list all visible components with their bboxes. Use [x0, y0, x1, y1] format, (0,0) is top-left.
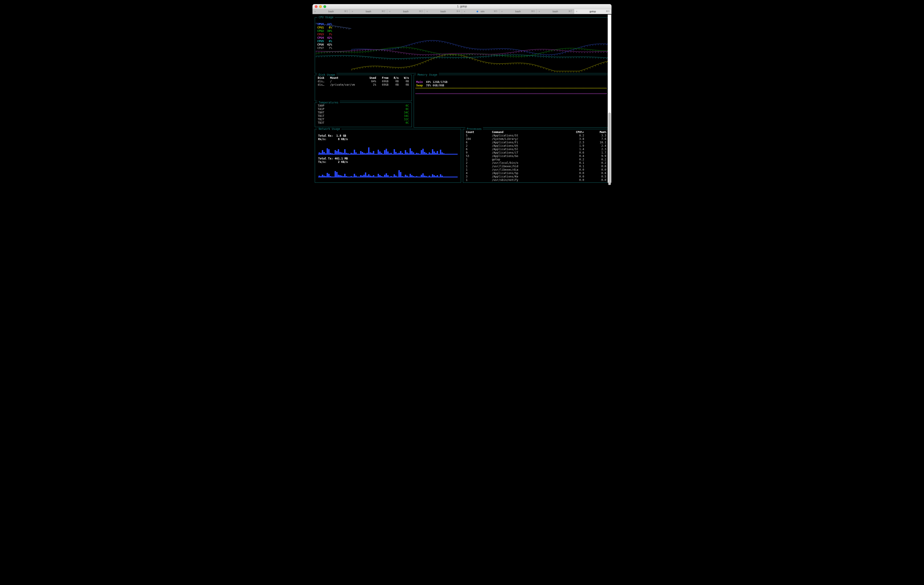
proc-col-cpu[interactable]: CPU%▾ — [559, 130, 586, 134]
svg-rect-1787 — [370, 57, 370, 57]
process-row[interactable]: 2/usr/local/bin/o0.10.2 — [465, 161, 608, 165]
svg-rect-1625 — [551, 49, 552, 50]
close-tab-icon[interactable]: × — [539, 10, 540, 13]
titlebar[interactable]: 1. gotop — [312, 4, 612, 9]
close-tab-icon[interactable]: × — [464, 10, 465, 13]
svg-rect-1807 — [383, 58, 384, 58]
process-row[interactable]: 4/Applications/Sp0.00.8 — [465, 171, 608, 175]
scrollbar[interactable] — [608, 15, 611, 183]
tab-bash-6[interactable]: ×bash⌘6 — [499, 9, 537, 14]
process-row[interactable]: 6/Applications/Fi2.318.1 — [465, 141, 608, 144]
svg-rect-310 — [528, 63, 528, 64]
svg-rect-398 — [588, 68, 589, 68]
svg-rect-1621 — [549, 49, 549, 49]
svg-rect-394 — [585, 69, 586, 69]
svg-rect-1314 — [338, 52, 338, 53]
close-tab-icon[interactable]: × — [389, 10, 390, 13]
svg-rect-256 — [491, 63, 492, 63]
svg-rect-1909 — [453, 58, 453, 59]
process-row[interactable]: 1/usr/libexec/dia0.00.0 — [465, 168, 608, 171]
process-table[interactable]: CountCommandCPU%▾Mem%5/Applications/St8.… — [465, 130, 608, 182]
svg-rect-1888 — [439, 57, 440, 58]
svg-rect-1144 — [514, 56, 515, 57]
svg-rect-1010 — [423, 50, 423, 50]
svg-rect-2098 — [582, 56, 583, 57]
svg-rect-1238 — [579, 48, 579, 49]
svg-rect-1715 — [320, 56, 321, 56]
process-row[interactable]: 5/Applications/St8.23.3 — [465, 134, 608, 137]
tab-bash-2[interactable]: ×bash⌘2 — [350, 9, 387, 14]
svg-rect-1931 — [469, 57, 469, 58]
proc-col-mem[interactable]: Mem% — [586, 130, 608, 134]
process-row[interactable]: 9/Applications/iT0.61.7 — [465, 151, 608, 155]
svg-rect-1925 — [464, 58, 464, 59]
proc-col-count[interactable]: Count — [465, 130, 490, 134]
svg-rect-1353 — [365, 49, 366, 50]
process-row[interactable]: 1/usr/libexec/hid0.10.0 — [465, 165, 608, 168]
svg-rect-1609 — [541, 49, 541, 49]
svg-rect-77 — [368, 67, 368, 68]
close-tab-icon[interactable]: × — [576, 10, 578, 13]
close-tab-icon[interactable]: × — [501, 10, 503, 13]
svg-rect-1325 — [346, 51, 346, 51]
svg-rect-1736 — [335, 55, 335, 56]
svg-rect-1495 — [462, 53, 462, 54]
scrollbar-thumb[interactable] — [608, 112, 611, 185]
svg-rect-361 — [563, 72, 563, 72]
tab-bash-7[interactable]: ×bash⌘7 — [537, 9, 574, 14]
tab-gotop-8[interactable]: ×gotop⌘8 — [574, 9, 612, 14]
tab-bash-1[interactable]: ×bash⌘1 — [312, 9, 350, 14]
svg-rect-182 — [440, 56, 441, 56]
svg-rect-283 — [510, 63, 510, 64]
svg-rect-285 — [510, 64, 511, 64]
svg-rect-70 — [363, 66, 364, 67]
svg-rect-279 — [507, 63, 507, 64]
process-row[interactable]: 3/Applications/Ke0.00.5 — [465, 175, 608, 178]
svg-rect-396 — [587, 68, 587, 69]
svg-rect-1322 — [343, 52, 344, 52]
svg-rect-1369 — [376, 49, 376, 49]
svg-rect-1129 — [504, 56, 504, 56]
svg-rect-1956 — [486, 56, 486, 56]
svg-rect-2129 — [604, 58, 604, 59]
close-tab-icon[interactable]: × — [352, 10, 353, 13]
svg-rect-928 — [366, 51, 366, 52]
process-row[interactable]: 53/Applications/Go0.49.9 — [465, 155, 608, 158]
svg-rect-533 — [388, 49, 388, 49]
svg-rect-1786 — [369, 56, 369, 57]
svg-rect-926 — [365, 51, 366, 52]
svg-rect-410 — [596, 64, 597, 65]
svg-rect-1605 — [538, 49, 538, 49]
tab-bash-4[interactable]: ×bash⌘4 — [425, 9, 462, 14]
tab-vim-5[interactable]: ×vim⌘5 — [462, 9, 499, 14]
close-tab-icon[interactable]: × — [314, 10, 316, 13]
svg-rect-248 — [486, 62, 486, 63]
proc-col-command[interactable]: Command — [490, 130, 559, 134]
svg-rect-828 — [590, 46, 590, 46]
svg-rect-1193 — [548, 51, 548, 51]
process-row[interactable]: 194/System/Library/3.87.6 — [465, 137, 608, 141]
minimize-icon[interactable] — [319, 5, 322, 8]
svg-rect-1439 — [424, 54, 424, 55]
svg-rect-968 — [394, 47, 394, 48]
svg-rect-1522 — [480, 55, 481, 55]
process-row[interactable]: 6/Applications/Sl1.42.3 — [465, 148, 608, 151]
zoom-icon[interactable] — [323, 5, 326, 8]
svg-rect-1349 — [362, 49, 363, 50]
close-icon[interactable] — [315, 5, 317, 8]
close-tab-icon[interactable]: × — [426, 10, 428, 13]
process-row[interactable]: 2/Applications/Ut1.92.4 — [465, 144, 608, 148]
process-row[interactable]: 1/usr/sbin/notify0.00.0 — [465, 178, 608, 182]
svg-rect-242 — [481, 61, 482, 61]
svg-rect-1465 — [442, 54, 442, 54]
svg-rect-339 — [548, 69, 548, 69]
svg-rect-849 — [604, 44, 605, 44]
svg-rect-1531 — [487, 54, 487, 54]
svg-rect-2087 — [575, 57, 576, 57]
svg-rect-1903 — [449, 57, 450, 58]
tab-bash-3[interactable]: ×bash⌘3 — [387, 9, 425, 14]
process-row[interactable]: 1gotop0.20.2 — [465, 158, 608, 161]
svg-rect-1032 — [437, 53, 438, 54]
svg-rect-547 — [398, 48, 399, 48]
svg-rect-2062 — [558, 57, 558, 57]
